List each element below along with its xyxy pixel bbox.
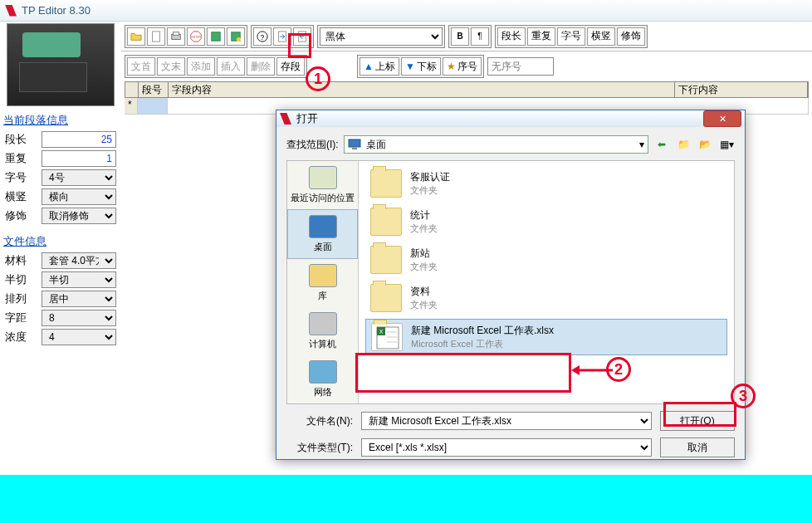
insert-button[interactable]: 插入 <box>217 57 245 76</box>
look-in-row: 查找范围(I): 桌面 ▾ ⬅ 📁 📂 ▦▾ <box>286 134 735 155</box>
decor-button[interactable]: 修饰 <box>617 27 645 46</box>
font-family-select[interactable]: 黑体 <box>320 27 443 46</box>
device-preview-image <box>7 23 115 106</box>
section-info-form: 段长 重复 字号 4号 横竖 横向 修饰 取消修饰 <box>0 130 121 226</box>
subscript-button[interactable]: ▼下标 <box>401 57 441 76</box>
dialog-titlebar[interactable]: 打开 ✕ <box>276 110 745 127</box>
orient-label: 横竖 <box>5 189 37 204</box>
folder-icon <box>370 284 402 312</box>
svg-point-7 <box>237 37 241 41</box>
file-group: STOP <box>125 25 247 48</box>
cancel-button[interactable]: 取消 <box>660 437 735 457</box>
seq-input[interactable] <box>487 57 554 76</box>
pilcrow-button[interactable]: ¶ <box>471 27 489 46</box>
place-computer[interactable]: 计算机 <box>287 307 358 355</box>
halfcut-label: 半切 <box>5 272 37 287</box>
svg-text:?: ? <box>261 32 265 41</box>
filetype-select[interactable]: Excel [*.xls *.xlsx] <box>361 438 652 457</box>
up-icon[interactable]: 📁 <box>675 136 692 153</box>
stop-icon[interactable]: STOP <box>187 27 205 46</box>
views-icon[interactable]: ▦▾ <box>718 136 735 153</box>
newfolder-icon[interactable]: 📂 <box>697 136 713 153</box>
col-next: 下行内容 <box>675 82 808 97</box>
fontsize-button[interactable]: 字号 <box>557 27 585 46</box>
font-label: 字号 <box>5 170 37 185</box>
svg-text:X: X <box>379 329 384 335</box>
toolbar-top: STOP ? 黑体 B ¶ 段长 重复 字号 横竖 修饰 <box>121 22 812 51</box>
saveseg-button[interactable]: 存段 <box>276 57 305 76</box>
docend-button[interactable]: 文末 <box>157 57 185 76</box>
segment-group: 段长 重复 字号 横竖 修饰 <box>495 25 648 48</box>
filetype-label: 文件类型(T): <box>286 441 353 455</box>
dialog-body: 查找范围(I): 桌面 ▾ ⬅ 📁 📂 ▦▾ 最近访问的位置 桌面 库 计算机 … <box>276 127 745 464</box>
orient-select[interactable]: 横向 <box>42 188 116 205</box>
repeat-input[interactable] <box>42 150 116 167</box>
place-recent[interactable]: 最近访问的位置 <box>287 161 358 209</box>
seg-len-input[interactable] <box>42 131 116 148</box>
material-select[interactable]: 套管 4.0平方 <box>42 252 116 269</box>
place-network[interactable]: 网络 <box>287 355 358 403</box>
file-info-title: 文件信息 <box>0 232 121 251</box>
svg-rect-2 <box>174 32 179 35</box>
file-entry-xlsx[interactable]: X 新建 Microsoft Excel 工作表.xlsxMicrosoft E… <box>365 319 727 355</box>
svg-rect-0 <box>153 31 160 41</box>
halfcut-select[interactable]: 半切 <box>42 271 116 288</box>
excel-file-icon: X <box>371 323 403 351</box>
pitch-select[interactable]: 8 <box>42 310 116 326</box>
save-icon[interactable] <box>207 27 225 46</box>
file-info-form: 材料 套管 4.0平方 半切 半切 排列 居中 字距 8 浓度 4 <box>0 251 121 347</box>
folder-entry[interactable]: 新站文件夹 <box>365 242 727 277</box>
look-in-combo[interactable]: 桌面 ▾ <box>344 135 648 154</box>
row-marker: * <box>125 98 138 115</box>
material-label: 材料 <box>5 253 37 268</box>
orient-button[interactable]: 横竖 <box>587 27 615 46</box>
align-select[interactable]: 居中 <box>42 291 116 307</box>
delete-button[interactable]: 删除 <box>247 57 275 76</box>
print-icon[interactable] <box>167 27 185 46</box>
folder-entry[interactable]: 统计文件夹 <box>365 204 727 239</box>
seglen-button[interactable]: 段长 <box>497 27 526 46</box>
open-icon[interactable] <box>127 27 145 46</box>
edit-group: 文首 文末 添加 插入 删除 存段 <box>125 55 307 78</box>
new-icon[interactable] <box>147 27 165 46</box>
col-content: 字段内容 <box>169 82 675 97</box>
file-list: 客服认证文件夹 统计文件夹 新站文件夹 资料文件夹 X 新建 Microsoft… <box>359 161 734 403</box>
open-dialog: 打开 ✕ 查找范围(I): 桌面 ▾ ⬅ 📁 📂 ▦▾ 最近访问的位置 桌面 库… <box>276 110 746 460</box>
font-group: 黑体 <box>317 25 445 48</box>
file-area: 最近访问的位置 桌面 库 计算机 网络 客服认证文件夹 统计文件夹 新站文件夹 … <box>286 160 735 404</box>
folder-entry[interactable]: 资料文件夹 <box>365 281 727 315</box>
svg-rect-5 <box>212 32 221 41</box>
density-select[interactable]: 4 <box>42 329 116 345</box>
grid-header: 段号 字段内容 下行内容 <box>125 81 809 98</box>
saveas-icon[interactable] <box>227 27 245 46</box>
add-button[interactable]: 添加 <box>187 57 215 76</box>
folder-entry[interactable]: 客服认证文件夹 <box>365 166 727 201</box>
export-icon[interactable] <box>293 27 311 46</box>
help-icon[interactable]: ? <box>253 27 271 46</box>
folder-icon <box>370 169 402 198</box>
help-group: ? <box>251 25 314 48</box>
app-titlebar: TP Editor 8.30 <box>0 0 812 22</box>
place-library[interactable]: 库 <box>287 259 358 307</box>
decor-label: 修饰 <box>5 208 37 223</box>
toolbar-bottom: 文首 文末 添加 插入 删除 存段 ▲上标 ▼下标 ★序号 <box>121 51 812 81</box>
dialog-title: 打开 <box>296 111 703 126</box>
look-in-label: 查找范围(I): <box>286 138 339 152</box>
import-icon[interactable] <box>273 27 291 46</box>
repeat-button[interactable]: 重复 <box>527 27 555 46</box>
left-panel: 当前段落信息 段长 重复 字号 4号 横竖 横向 修饰 取消修饰 文件信息 材料… <box>0 22 121 523</box>
folder-icon <box>370 208 402 236</box>
back-icon[interactable]: ⬅ <box>653 136 670 153</box>
density-label: 浓度 <box>5 330 37 345</box>
bold-button[interactable]: B <box>451 27 469 46</box>
decor-select[interactable]: 取消修饰 <box>42 208 116 224</box>
seq-button[interactable]: ★序号 <box>443 57 482 76</box>
font-select[interactable]: 4号 <box>42 169 116 186</box>
place-desktop[interactable]: 桌面 <box>287 209 358 259</box>
superscript-button[interactable]: ▲上标 <box>360 57 399 76</box>
docstart-button[interactable]: 文首 <box>127 57 155 76</box>
folder-icon <box>370 246 402 274</box>
dialog-close-button[interactable]: ✕ <box>703 110 741 127</box>
filename-input[interactable]: 新建 Microsoft Excel 工作表.xlsx <box>361 412 652 430</box>
open-button[interactable]: 打开(O) <box>660 411 735 431</box>
